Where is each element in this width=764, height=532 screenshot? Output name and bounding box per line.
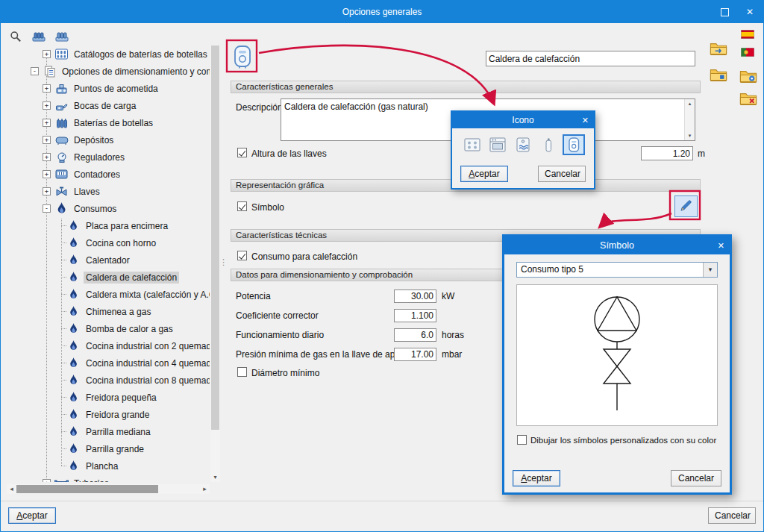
potencia-input[interactable]	[394, 290, 436, 303]
bottle-battery-tool-alt-icon[interactable]	[54, 29, 69, 44]
scroll-down-icon[interactable]: ▾	[210, 472, 220, 482]
presion-minima-label: Presión mínima de gas en la llave de apa…	[236, 349, 416, 360]
tree-item[interactable]: -Consumos	[7, 200, 210, 217]
scroll-right-icon[interactable]: ▸	[200, 484, 210, 494]
flame-icon	[66, 391, 81, 404]
tree-item[interactable]: Cocina industrial con 2 quemadores	[7, 337, 210, 354]
tree-item[interactable]: Parrilla grande	[7, 440, 210, 457]
icono-dialog: Icono ✕ Aceptar Cancelar	[451, 110, 595, 190]
dibujar-color-label: Dibujar los símbolos personalizados con …	[530, 436, 716, 445]
tree-item-label: Cocina industrial con 4 quemadores	[84, 357, 210, 369]
scroll-down-icon[interactable]: ▾	[689, 133, 692, 139]
scroll-left-icon[interactable]: ◂	[7, 484, 16, 494]
simbolo-accept-button[interactable]: Aceptar	[513, 470, 560, 486]
tree-item[interactable]: +Baterías de botellas	[7, 114, 210, 131]
expand-icon[interactable]: +	[43, 84, 51, 93]
tree-item[interactable]: Cocina con horno	[7, 234, 210, 251]
tree-item[interactable]: Freidora grande	[7, 406, 210, 423]
tree-item[interactable]: +Catálogos de baterías de botellas de GL…	[7, 46, 210, 63]
altura-llaves-checkbox[interactable]	[237, 148, 247, 157]
close-icon[interactable]: ✕	[718, 237, 724, 254]
cancel-button[interactable]: Cancelar	[708, 507, 756, 524]
scroll-up-icon[interactable]: ▴	[689, 101, 692, 107]
altura-llaves-input[interactable]	[641, 146, 693, 160]
bottle-battery-tool-icon[interactable]	[31, 29, 46, 44]
boiler-icon[interactable]	[563, 134, 585, 155]
tree-item[interactable]: Calentador	[7, 251, 210, 269]
search-icon[interactable]	[8, 29, 23, 44]
regulator-icon	[54, 151, 69, 163]
tree-item[interactable]: +Depósitos	[7, 131, 210, 148]
scrollbar-thumb[interactable]	[16, 485, 158, 493]
titlebar[interactable]: Opciones generales ✕	[1, 1, 763, 23]
collapse-icon[interactable]: -	[31, 67, 39, 75]
tree-item[interactable]: Bomba de calor a gas	[7, 320, 210, 337]
tree-item[interactable]: Caldera de calefacción	[7, 269, 210, 286]
icono-dialog-titlebar[interactable]: Icono ✕	[452, 112, 594, 128]
icono-cancel-button[interactable]: Cancelar	[538, 166, 586, 182]
diametro-minimo-checkbox[interactable]	[237, 367, 247, 377]
expand-icon[interactable]: +	[43, 187, 51, 195]
tree-item[interactable]: Cocina industrial con 8 quemadores	[7, 372, 210, 389]
tree-item[interactable]: +Llaves	[7, 183, 210, 200]
consumo-calefaccion-checkbox[interactable]	[237, 251, 247, 260]
folder-remove-icon[interactable]	[739, 92, 757, 107]
scrollbar-thumb[interactable]	[211, 46, 219, 430]
element-name-input[interactable]	[486, 51, 695, 66]
tree-item[interactable]: Plancha	[7, 457, 210, 475]
tree-item[interactable]: Caldera mixta (calefacción y A.C.S.)	[7, 286, 210, 303]
funcionamiento-input[interactable]	[394, 328, 436, 342]
maximize-button[interactable]	[711, 1, 738, 23]
presion-minima-input[interactable]	[394, 348, 436, 361]
counter-icon	[54, 168, 69, 181]
save-folder-icon[interactable]	[710, 68, 727, 84]
water-heater-icon[interactable]	[512, 134, 534, 155]
symbol-type-dropdown[interactable]: Consumo tipo 5 ▾	[516, 262, 718, 278]
tree-item-label: Llaves	[72, 186, 102, 198]
cooktop-icon[interactable]	[461, 134, 483, 155]
expand-icon[interactable]: +	[43, 50, 51, 58]
tree-item[interactable]: Chimenea a gas	[7, 303, 210, 320]
open-folder-icon[interactable]	[710, 42, 727, 57]
tree-item-label: Calentador	[84, 254, 132, 266]
tree-item[interactable]: Parrilla mediana	[7, 423, 210, 440]
oven-icon[interactable]	[486, 134, 509, 155]
tree-item-label: Cocina industrial con 8 quemadores	[84, 375, 210, 387]
expand-icon[interactable]: +	[43, 136, 51, 144]
tree-horizontal-scrollbar[interactable]: ◂ ▸	[7, 484, 210, 494]
simbolo-dialog-titlebar[interactable]: Símbolo ✕	[504, 237, 730, 254]
tree-item[interactable]: +Contadores	[7, 166, 210, 183]
tree-item[interactable]: +Tuberías	[7, 475, 210, 482]
edit-symbol-button[interactable]	[674, 195, 698, 217]
dibujar-color-checkbox[interactable]	[517, 435, 527, 445]
icono-accept-button[interactable]: Aceptar	[460, 166, 508, 182]
tree-item[interactable]: Freidora pequeña	[7, 389, 210, 406]
tank-icon	[54, 134, 69, 146]
gas-cylinder-icon[interactable]	[537, 134, 560, 155]
tree-item[interactable]: -Opciones de dimensionamiento y comproba…	[7, 63, 210, 80]
tree-item[interactable]: +Reguladores	[7, 148, 210, 166]
expand-icon[interactable]: +	[43, 119, 51, 127]
tree-item[interactable]: Placa para encimera	[7, 217, 210, 234]
expand-icon[interactable]: +	[43, 153, 51, 161]
close-button[interactable]: ✕	[736, 1, 763, 23]
tree-item[interactable]: Cocina industrial con 4 quemadores	[7, 354, 210, 372]
accept-button[interactable]: Aceptar	[8, 507, 56, 524]
descripcion-scrollbar[interactable]: ▴ ▾	[684, 99, 695, 140]
collapse-icon[interactable]: -	[43, 204, 51, 213]
expand-icon[interactable]: +	[43, 101, 51, 110]
expand-icon[interactable]: +	[43, 170, 51, 178]
coeficiente-input[interactable]	[394, 309, 436, 322]
chevron-down-icon[interactable]: ▾	[703, 263, 717, 277]
tree-item-label: Consumos	[72, 203, 119, 215]
expand-icon[interactable]: +	[43, 479, 51, 482]
portugal-flag-icon[interactable]	[741, 48, 754, 59]
tree-item[interactable]: +Puntos de acometida	[7, 80, 210, 97]
simbolo-checkbox[interactable]	[237, 201, 247, 211]
spain-flag-icon[interactable]	[741, 30, 754, 41]
tree-item[interactable]: +Bocas de carga	[7, 97, 210, 114]
folder-settings-icon[interactable]	[739, 69, 757, 85]
simbolo-cancel-button[interactable]: Cancelar	[671, 470, 721, 486]
close-icon[interactable]: ✕	[582, 112, 589, 128]
element-icon-button[interactable]	[229, 43, 256, 71]
